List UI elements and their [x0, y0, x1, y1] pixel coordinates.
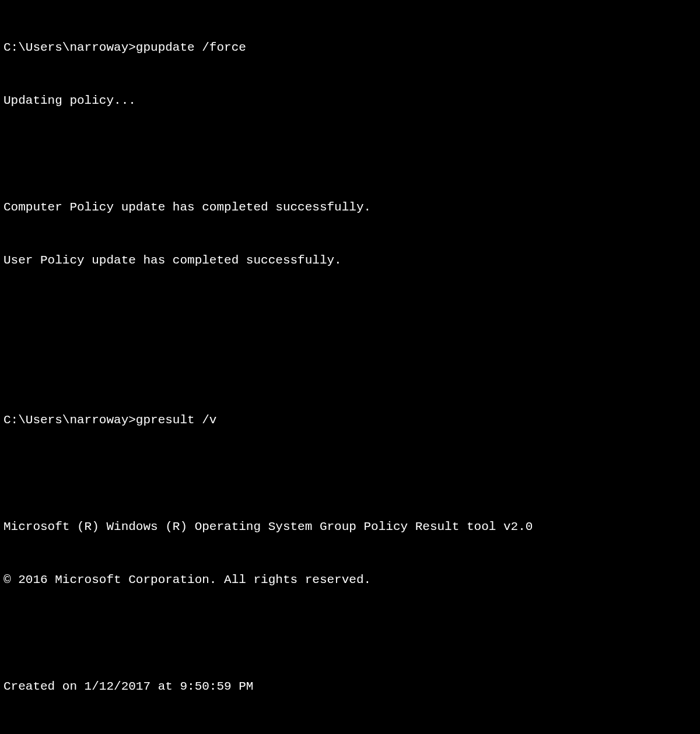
output-line: Updating policy...	[4, 92, 696, 110]
output-line: User Policy update has completed success…	[4, 252, 696, 269]
blank-line	[4, 465, 696, 482]
terminal-output[interactable]: C:\Users\narroway>gpupdate /force Updati…	[0, 0, 700, 734]
blank-line	[4, 624, 696, 642]
output-line: Microsoft (R) Windows (R) Operating Syst…	[4, 518, 696, 536]
blank-line	[4, 359, 696, 376]
prompt-line: C:\Users\narroway>gpresult /v	[4, 412, 696, 429]
output-line: Created on 1/12/2017 at 9:50:59 PM	[4, 678, 696, 696]
blank-line	[4, 731, 696, 734]
prompt-line: C:\Users\narroway>gpupdate /force	[4, 39, 696, 57]
output-line: Computer Policy update has completed suc…	[4, 199, 696, 216]
blank-line	[4, 146, 696, 163]
output-line: © 2016 Microsoft Corporation. All rights…	[4, 571, 696, 589]
blank-line	[4, 305, 696, 322]
